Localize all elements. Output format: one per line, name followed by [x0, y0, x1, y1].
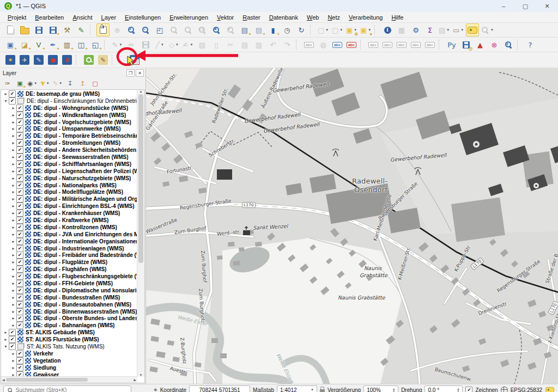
coordinate-value[interactable]: 708244 5701351 — [189, 385, 250, 392]
layer-checkbox[interactable]: ✔ — [16, 210, 23, 217]
layer-item[interactable]: ▸✔DE: dipul - Andere Sicherheitsbehörden… — [1, 146, 137, 154]
expand-icon[interactable]: ▸ — [10, 106, 16, 111]
layer-checkbox[interactable]: ✔ — [16, 231, 23, 238]
layer-item[interactable]: ▸✔DE: dipul - Militärische Anlagen und O… — [1, 195, 137, 203]
layer-checkbox[interactable]: ✔ — [9, 97, 16, 105]
layer-item[interactable]: ▸✔DE: basemap.de grau (WMS) — [1, 90, 137, 97]
layer-item[interactable]: ▸✔DE: dipul - JVA und Einrichtungen des … — [1, 231, 137, 238]
layer-checkbox[interactable]: ✔ — [16, 315, 23, 322]
layer-item[interactable]: ▸✔DE: dipul - Stromleitungen (WMS) — [1, 139, 137, 146]
expand-icon[interactable]: ▸ — [10, 239, 16, 244]
dropdown-arrow-icon[interactable]: ▼ — [59, 82, 62, 85]
select-by-form-button[interactable]: ▣●▼ — [359, 23, 372, 36]
expand-all-button[interactable]: ↧ — [64, 78, 76, 89]
expand-icon[interactable]: ▸ — [10, 323, 16, 328]
layer-item[interactable]: ▸✔DE: dipul - Wohngrundstücke (WMS) — [1, 105, 137, 112]
layer-item[interactable]: ▾✔DE: dipul - Einschränkungen für Drohne… — [1, 97, 137, 105]
new-spatial-bookmark-button[interactable]: ▤+ — [238, 23, 251, 36]
dropdown-arrow-icon[interactable]: ▼ — [446, 28, 450, 32]
layer-checkbox[interactable]: ✔ — [16, 195, 23, 203]
zoom-full-button[interactable]: ◰ — [153, 23, 166, 36]
layer-item[interactable]: ▸✔DE: dipul - Krankenhäuser (WMS) — [1, 210, 137, 217]
expand-icon[interactable]: ▸ — [10, 225, 16, 230]
dropdown-arrow-icon[interactable]: ▼ — [190, 43, 193, 46]
scroll-right-icon[interactable]: ▶ — [134, 378, 136, 382]
map-tips-button[interactable] — [466, 23, 479, 36]
expand-icon[interactable]: ▸ — [10, 309, 16, 314]
layer-item[interactable]: ▸✔DE: dipul - FFH-Gebiete (WMS) — [1, 280, 137, 287]
menu-verarbeitung[interactable]: Verarbeitung — [344, 13, 387, 22]
add-group-button[interactable]: ▣+ — [14, 78, 26, 89]
layer-item[interactable]: ▸✔DE: dipul - Schifffahrtsanlagen (WMS) — [1, 161, 137, 168]
remove-layer-button[interactable]: ▢ — [89, 78, 101, 89]
expand-icon[interactable]: ▸ — [10, 126, 16, 131]
help-button[interactable]: ? — [524, 38, 537, 51]
layer-item[interactable]: ▸✔ST: ALKIS Gebäude (WMS) — [1, 329, 137, 336]
horizontal-scroll-thumb[interactable] — [6, 378, 88, 382]
layer-checkbox[interactable]: ✔ — [16, 175, 23, 182]
menu-raster[interactable]: Raster — [238, 13, 264, 22]
layer-item[interactable]: ▸✔DE: dipul - Temporäre Betriebseinschrä… — [1, 132, 137, 139]
layer-item[interactable]: ▸✔DE: dipul - Liegenschaften der Polizei… — [1, 168, 137, 175]
expand-icon[interactable]: ▸ — [3, 91, 9, 96]
layer-item[interactable]: ▸✔DE: dipul - Bundesautobahnen (WMS) — [1, 301, 137, 308]
python-console-button[interactable]: Py — [445, 38, 458, 51]
crs-globe-icon[interactable] — [501, 387, 508, 392]
dropdown-arrow-icon[interactable]: ▼ — [119, 43, 122, 46]
layer-checkbox[interactable]: ✔ — [16, 308, 23, 315]
render-checkbox[interactable]: ✔ — [465, 387, 472, 392]
panel-float-button[interactable]: ❐ — [126, 69, 135, 77]
expand-icon[interactable]: ▸ — [10, 113, 16, 118]
lock-icon[interactable] — [320, 389, 325, 392]
dropdown-arrow-icon[interactable]: ▼ — [161, 43, 164, 46]
pan-map-button[interactable] — [96, 23, 110, 36]
layer-item[interactable]: ▸✔DE: dipul - Umspannwerke (WMS) — [1, 125, 137, 132]
highlighted-plugin-button[interactable] — [128, 53, 141, 66]
menu-ansicht[interactable]: Ansicht — [68, 13, 96, 22]
layer-checkbox[interactable]: ✔ — [9, 336, 16, 343]
layer-checkbox[interactable]: ✔ — [16, 182, 23, 189]
project-save-button[interactable] — [32, 23, 45, 36]
scroll-up-icon[interactable]: ▲ — [140, 90, 143, 93]
plugin-ball-button[interactable]: ● — [46, 53, 59, 66]
layer-checkbox[interactable]: ✔ — [9, 329, 16, 336]
magnifier-spinbox[interactable]: 100% ▲▼ — [363, 385, 398, 392]
expand-icon[interactable]: ▸ — [10, 189, 16, 194]
layer-checkbox[interactable]: ✔ — [16, 203, 23, 210]
expand-icon[interactable]: ▸ — [10, 295, 16, 300]
expand-icon[interactable]: ▸ — [3, 330, 9, 335]
expand-icon[interactable]: ▸ — [10, 274, 16, 279]
layer-item[interactable]: ▸✔DE: dipul - Kraftwerke (WMS) — [1, 217, 137, 224]
menu-netz[interactable]: Netz — [323, 13, 344, 22]
expand-icon[interactable]: ▸ — [3, 337, 9, 342]
layer-checkbox[interactable]: ✔ — [16, 364, 23, 371]
expand-icon[interactable]: ▸ — [10, 183, 16, 188]
zoom-out-button[interactable]: − — [139, 23, 152, 36]
layer-item[interactable]: ▸✔Vegetation — [1, 357, 137, 364]
layer-checkbox[interactable]: ✔ — [16, 252, 23, 259]
menu-web[interactable]: Web — [302, 13, 323, 22]
project-open-button[interactable] — [18, 23, 31, 36]
menu-vektor[interactable]: Vektor — [213, 13, 238, 22]
layer-item[interactable]: ▸✔DE: dipul - Nationalparks (WMS) — [1, 182, 137, 189]
scroll-down-icon[interactable]: ▼ — [140, 373, 143, 377]
close-button[interactable]: ✕ — [536, 0, 558, 12]
pin-labels-button[interactable]: abc — [331, 38, 344, 51]
layer-item[interactable]: ▸✔DE: dipul - Flugbeschränkungsgebiete (… — [1, 273, 137, 280]
add-spatialite-layer-button[interactable]: ✒+ — [46, 38, 59, 51]
statistical-summary-button[interactable]: Σ — [423, 23, 436, 36]
layer-checkbox[interactable]: ✔ — [16, 217, 23, 224]
dropdown-arrow-icon[interactable]: ▼ — [325, 28, 329, 32]
expand-icon[interactable]: ▸ — [10, 358, 16, 363]
expand-icon[interactable]: ▸ — [10, 288, 16, 293]
layer-checkbox[interactable]: ✔ — [16, 188, 23, 195]
menu-hilfe[interactable]: Hilfe — [387, 13, 408, 22]
plugin-geosearch-button[interactable] — [82, 53, 95, 66]
identify-features-button[interactable]: i — [381, 23, 394, 36]
expand-icon[interactable]: ▸ — [10, 169, 16, 174]
add-wfs-layer-button[interactable]: ◱+ — [89, 38, 102, 51]
layer-checkbox[interactable]: ✔ — [16, 238, 23, 245]
layers-horizontal-scrollbar[interactable]: ◀ ▶ — [1, 376, 137, 383]
expand-icon[interactable]: ▸ — [10, 204, 16, 209]
expand-icon[interactable]: ▸ — [10, 148, 16, 152]
